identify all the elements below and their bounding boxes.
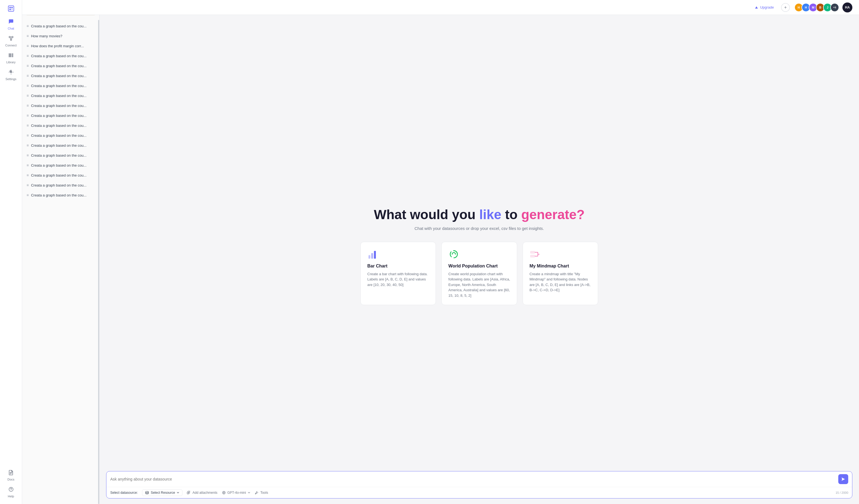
chat-history-item[interactable]: ≡How does the profit margin corr... [24, 41, 97, 51]
world-population-description: Create world population chart with follo… [448, 271, 510, 299]
svg-point-29 [223, 492, 224, 493]
connect-icon [8, 36, 14, 43]
sidebar-item-settings[interactable]: Settings [0, 66, 22, 83]
upgrade-icon [755, 5, 758, 10]
svg-rect-2 [10, 9, 11, 10]
datasource-select[interactable]: Select Resource [142, 489, 182, 496]
svg-rect-18 [374, 251, 376, 259]
chat-item-icon: ≡ [27, 34, 29, 38]
world-population-card[interactable]: World Population Chart Create world popu… [441, 242, 517, 305]
chat-item-icon: ≡ [27, 44, 29, 48]
chat-history-item[interactable]: ≡Creata a graph based on the cou... [24, 81, 97, 91]
world-population-title: World Population Chart [448, 264, 510, 269]
chat-history-item[interactable]: ≡Creata a graph based on the cou... [24, 61, 97, 71]
svg-rect-10 [9, 53, 10, 57]
chat-sidebar: + Start Chat ≡Creata a graph based on th… [22, 0, 100, 504]
sidebar-item-chat[interactable]: Chat [0, 16, 22, 33]
help-icon [8, 487, 14, 493]
svg-point-27 [146, 491, 148, 492]
nav-connect-label: Connect [5, 44, 17, 47]
chat-item-icon: ≡ [27, 143, 29, 148]
app-logo [0, 3, 22, 16]
chat-history-item[interactable]: ≡Creata a graph based on the cou... [24, 170, 97, 180]
chat-item-icon: ≡ [27, 113, 29, 118]
chat-item-icon: ≡ [27, 24, 29, 28]
upgrade-button[interactable]: Upgrade [751, 4, 778, 11]
chat-history-item[interactable]: ≡Creata a graph based on the cou... [24, 51, 97, 61]
add-attachments-button[interactable]: Add attachments [187, 491, 217, 494]
chat-input-area: Select datasource: Select Resource [100, 467, 859, 504]
svg-line-8 [10, 37, 11, 39]
chat-history-item[interactable]: ≡Creata a graph based on the cou... [24, 101, 97, 110]
chat-history-item[interactable]: ≡Creata a graph based on the cou... [24, 150, 97, 160]
chat-item-icon: ≡ [27, 173, 29, 178]
nav-docs-label: Docs [7, 478, 14, 481]
main-content-area: What would you like to generate? Chat wi… [100, 30, 859, 504]
tools-icon [255, 491, 259, 494]
svg-point-15 [11, 490, 11, 491]
left-navigation: Chat Connect Library [0, 0, 22, 504]
settings-icon [8, 70, 14, 76]
chat-item-icon: ≡ [27, 83, 29, 88]
chat-input[interactable] [110, 477, 835, 482]
chat-history-item[interactable]: ≡Creata a graph based on the cou... [24, 160, 97, 170]
chat-item-icon: ≡ [27, 193, 29, 197]
nav-library-label: Library [6, 61, 16, 64]
model-icon [222, 491, 226, 494]
send-button[interactable] [838, 474, 848, 484]
chat-item-icon: ≡ [27, 54, 29, 58]
chat-history-item[interactable]: ≡How many movies? [24, 31, 97, 41]
chat-history-item[interactable]: ≡Creata a graph based on the cou... [24, 180, 97, 190]
user-avatar[interactable]: HA [842, 2, 853, 12]
chat-item-icon: ≡ [27, 163, 29, 167]
chat-item-icon: ≡ [27, 133, 29, 138]
chat-item-icon: ≡ [27, 103, 29, 108]
bar-chart-card[interactable]: Bar Chart Create a bar chart with follow… [360, 242, 436, 305]
mindmap-icon [530, 249, 541, 260]
svg-rect-3 [11, 9, 13, 10]
top-bar: Upgrade + HHMBJ+3 HA [22, 0, 859, 15]
chat-history-list: ≡Creata a graph based on the cou...≡How … [22, 20, 99, 504]
sidebar-item-help[interactable]: Help [0, 484, 22, 501]
mindmap-title: My Mindmap Chart [530, 264, 591, 269]
chat-item-icon: ≡ [27, 183, 29, 187]
svg-rect-1 [11, 7, 13, 8]
chat-history-item[interactable]: ≡Creata a graph based on the cou... [24, 21, 97, 31]
svg-point-4 [9, 36, 10, 38]
input-box: Select datasource: Select Resource [106, 471, 853, 499]
suggestion-cards: Bar Chart Create a bar chart with follow… [360, 242, 598, 305]
model-selector[interactable]: GPT-4o-mini [222, 491, 251, 494]
chevron-down-icon [177, 491, 179, 494]
nav-settings-label: Settings [5, 77, 17, 81]
char-counter: 15 / 2000 [835, 491, 848, 494]
input-row [106, 471, 852, 487]
chat-item-icon: ≡ [27, 63, 29, 68]
svg-rect-0 [10, 7, 11, 8]
datasource-placeholder: Select Resource [151, 491, 175, 494]
world-population-icon [448, 249, 459, 260]
chat-history-item[interactable]: ≡Creata a graph based on the cou... [24, 140, 97, 150]
chat-item-icon: ≡ [27, 153, 29, 157]
library-icon [8, 52, 14, 59]
hero-subtitle: Chat with your datasources or drop your … [415, 226, 544, 231]
add-member-button[interactable]: + [781, 3, 790, 12]
tools-button[interactable]: Tools [255, 491, 268, 494]
send-icon [841, 477, 845, 482]
team-avatar: +3 [830, 3, 839, 12]
sidebar-item-docs[interactable]: Docs [0, 467, 22, 484]
svg-rect-11 [10, 53, 11, 57]
chat-history-item[interactable]: ≡Creata a graph based on the cou... [24, 190, 97, 200]
chat-history-item[interactable]: ≡Creata a graph based on the cou... [24, 91, 97, 101]
svg-point-6 [10, 39, 12, 41]
sidebar-item-library[interactable]: Library [0, 50, 22, 66]
chat-history-item[interactable]: ≡Creata a graph based on the cou... [24, 71, 97, 81]
model-chevron-icon [247, 491, 251, 494]
chat-history-item[interactable]: ≡Creata a graph based on the cou... [24, 110, 97, 121]
sidebar-item-connect[interactable]: Connect [0, 33, 22, 50]
nav-help-label: Help [8, 494, 14, 498]
chat-history-item[interactable]: ≡Creata a graph based on the cou... [24, 121, 97, 131]
input-toolbar: Select datasource: Select Resource [106, 487, 852, 498]
chat-icon [8, 19, 14, 26]
chat-history-item[interactable]: ≡Creata a graph based on the cou... [24, 131, 97, 140]
mindmap-card[interactable]: My Mindmap Chart Create a mindmap with t… [523, 242, 598, 305]
